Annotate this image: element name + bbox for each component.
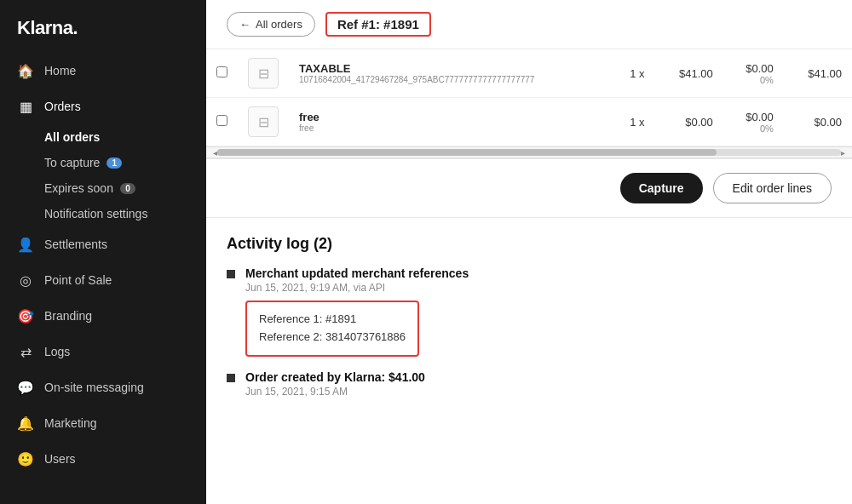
- scrollbar-thumb: [217, 149, 717, 156]
- activity-event-1-meta: Jun 15, 2021, 9:19 AM, via API: [245, 282, 832, 294]
- to-capture-badge: 1: [106, 158, 122, 169]
- activity-ref2: Reference 2: 3814073761886: [259, 329, 406, 346]
- order-table-wrapper: ⊟ TAXABLE 10716842004_41729467284_975ABC…: [206, 49, 852, 159]
- ref-badge: Ref #1: #1891: [325, 12, 431, 37]
- activity-bullet-1: [227, 270, 235, 278]
- sidebar-item-to-capture[interactable]: To capture 1: [44, 150, 206, 175]
- row1-product-id: 10716842004_41729467284_975ABC7777777777…: [299, 75, 601, 84]
- users-icon: 🙂: [17, 450, 34, 467]
- activity-item-2: Order created by Klarna: $41.00 Jun 15, …: [227, 370, 832, 404]
- sidebar-item-pos-label: Point of Sale: [44, 273, 112, 287]
- activity-event-1-title: Merchant updated merchant references: [245, 266, 832, 280]
- scroll-right-icon[interactable]: ▸: [841, 148, 845, 158]
- row1-product-image: ⊟: [248, 58, 279, 89]
- capture-button[interactable]: Capture: [620, 173, 703, 203]
- row2-product-name: free: [299, 111, 601, 123]
- sidebar-item-marketing-label: Marketing: [44, 416, 96, 430]
- sidebar-item-home[interactable]: 🏠 Home: [0, 53, 206, 89]
- sidebar-item-orders-label: Orders: [44, 100, 81, 113]
- table-row: ⊟ free free 1 x $0.00 $0.00 0%: [206, 98, 852, 146]
- activity-event-2-meta: Jun 15, 2021, 9:15 AM: [245, 386, 832, 398]
- sidebar-item-home-label: Home: [44, 64, 76, 77]
- sidebar-item-branding[interactable]: 🎯 Branding: [0, 298, 206, 334]
- to-capture-label: To capture: [44, 156, 100, 169]
- row1-total: $41.00: [784, 49, 852, 98]
- row2-checkbox[interactable]: [216, 115, 227, 126]
- row1-product-name: TAXABLE: [299, 62, 601, 75]
- sidebar-item-all-orders[interactable]: All orders: [44, 124, 206, 150]
- action-row: Capture Edit order lines: [206, 159, 852, 218]
- expires-soon-badge: 0: [120, 183, 135, 194]
- activity-ref1: Reference 1: #1891: [259, 311, 406, 329]
- activity-item-1: Merchant updated merchant references Jun…: [227, 266, 832, 357]
- sidebar-item-users[interactable]: 🙂 Users: [0, 441, 206, 477]
- main-header: ← All orders Ref #1: #1891: [206, 0, 852, 49]
- row2-unit-price: $0.00: [665, 116, 713, 129]
- back-arrow-icon: ←: [239, 18, 250, 31]
- sidebar-item-users-label: Users: [44, 452, 76, 466]
- row2-discount-pct: 0%: [734, 123, 774, 134]
- logo: Klarna.: [0, 0, 206, 53]
- row1-checkbox[interactable]: [216, 66, 227, 77]
- row1-unit-price: $41.00: [665, 67, 713, 80]
- row2-product-image: ⊟: [248, 106, 279, 137]
- sidebar-item-branding-label: Branding: [44, 309, 92, 323]
- activity-bullet-2: [227, 374, 235, 382]
- activity-log-title: Activity log (2): [227, 235, 832, 253]
- activity-log-section: Activity log (2) Merchant updated mercha…: [206, 218, 852, 435]
- back-button[interactable]: ← All orders: [227, 12, 315, 37]
- sidebar-item-logs[interactable]: ⇄ Logs: [0, 334, 206, 369]
- marketing-icon: 🔔: [17, 415, 34, 432]
- sidebar: Klarna. 🏠 Home ▦ Orders All orders To ca…: [0, 0, 206, 504]
- all-orders-label: All orders: [44, 130, 100, 144]
- sidebar-nav: 🏠 Home ▦ Orders All orders To capture 1 …: [0, 53, 206, 504]
- table-row: ⊟ TAXABLE 10716842004_41729467284_975ABC…: [206, 49, 852, 98]
- orders-submenu: All orders To capture 1 Expires soon 0 N…: [0, 124, 206, 226]
- notification-settings-label: Notification settings: [44, 207, 147, 220]
- order-table: ⊟ TAXABLE 10716842004_41729467284_975ABC…: [206, 49, 852, 146]
- expires-soon-label: Expires soon: [44, 181, 113, 195]
- activity-content-2: Order created by Klarna: $41.00 Jun 15, …: [245, 370, 832, 404]
- sidebar-item-orders[interactable]: ▦ Orders: [0, 89, 206, 124]
- main-body: ⊟ TAXABLE 10716842004_41729467284_975ABC…: [206, 49, 852, 504]
- activity-ref-box: Reference 1: #1891 Reference 2: 38140737…: [245, 301, 419, 357]
- orders-icon: ▦: [17, 98, 34, 115]
- row1-discount: $0.00: [734, 62, 774, 75]
- logs-icon: ⇄: [17, 343, 34, 360]
- sidebar-item-settlements-label: Settlements: [44, 238, 107, 251]
- messaging-icon: 💬: [17, 379, 34, 396]
- row2-discount: $0.00: [734, 111, 774, 123]
- sidebar-item-logs-label: Logs: [44, 345, 70, 358]
- row2-total: $0.00: [784, 98, 852, 146]
- activity-content-1: Merchant updated merchant references Jun…: [245, 266, 832, 357]
- sidebar-item-expires-soon[interactable]: Expires soon 0: [44, 175, 206, 201]
- scrollbar-track: [217, 149, 841, 156]
- home-icon: 🏠: [17, 62, 34, 79]
- edit-order-lines-button[interactable]: Edit order lines: [713, 173, 832, 203]
- horizontal-scrollbar[interactable]: ◂ ▸: [206, 146, 852, 158]
- row1-qty: 1 x: [611, 49, 655, 98]
- row2-product-id: free: [299, 123, 601, 133]
- sidebar-item-on-site-messaging[interactable]: 💬 On-site messaging: [0, 369, 206, 405]
- branding-icon: 🎯: [17, 307, 34, 324]
- sidebar-item-marketing[interactable]: 🔔 Marketing: [0, 405, 206, 441]
- sidebar-item-point-of-sale[interactable]: ◎ Point of Sale: [0, 262, 206, 298]
- settlements-icon: 👤: [17, 236, 34, 253]
- sidebar-item-notification-settings[interactable]: Notification settings: [44, 201, 206, 226]
- activity-event-2-title: Order created by Klarna: $41.00: [245, 370, 832, 384]
- point-of-sale-icon: ◎: [17, 272, 34, 289]
- back-button-label: All orders: [256, 18, 302, 31]
- main-content: ← All orders Ref #1: #1891 ⊟: [206, 0, 852, 504]
- row1-discount-pct: 0%: [734, 75, 774, 85]
- row2-qty: 1 x: [611, 98, 655, 146]
- sidebar-item-messaging-label: On-site messaging: [44, 381, 144, 394]
- sidebar-item-settlements[interactable]: 👤 Settlements: [0, 226, 206, 262]
